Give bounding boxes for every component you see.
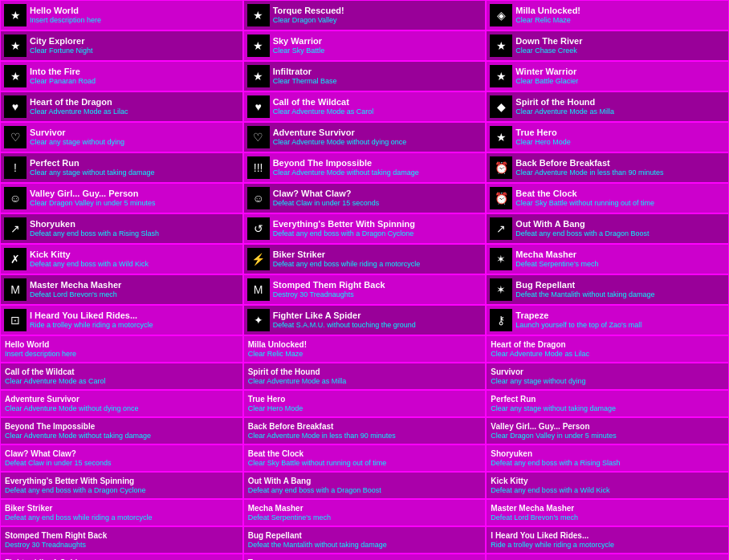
star-icon: ★ xyxy=(490,34,512,57)
heart-icon: ♥ xyxy=(247,95,270,118)
achievement-title: Call of the Wildcat xyxy=(273,97,374,108)
achievement-desc: Clear Relic Maze xyxy=(515,16,580,25)
list-item-desc: Defeat Serpentine's mech xyxy=(248,513,482,522)
list-item-desc: Defeat any end boss with a Wild Kick xyxy=(491,486,724,495)
list-item-title: Survivor xyxy=(491,367,724,377)
list-item: Heart of the DragonClear Adventure Mode … xyxy=(486,335,729,363)
star-icon: ★ xyxy=(4,4,26,26)
achievement-desc: Clear any stage without dying xyxy=(30,138,124,147)
achievement-desc: Defeat S.A.M.U. without touching the gro… xyxy=(273,321,416,330)
star-icon: ★ xyxy=(490,65,512,87)
achievement-desc: Clear Adventure Mode as Lilac xyxy=(30,108,128,116)
list-item-desc: Defeat Claw in under 15 seconds xyxy=(5,459,238,468)
achievement-desc: Clear any stage without taking damage xyxy=(30,168,155,177)
list-item: Bug RepellantDefeat the Mantalith withou… xyxy=(243,526,487,554)
achievement-item: ★City ExplorerClear Fortune Night xyxy=(0,30,243,61)
list-item: Beyond The ImpossibleClear Adventure Mod… xyxy=(0,417,243,444)
achievement-title: Claw? What Claw? xyxy=(273,189,380,199)
list-item-title: Adventure Survivor xyxy=(5,394,238,404)
achievement-desc: Clear Adventure Mode as Carol xyxy=(273,108,374,116)
list-item-title: Master Mecha Masher xyxy=(491,503,724,513)
achievement-title: Survivor xyxy=(30,128,124,138)
achievement-desc: Ride a trolley while riding a motorcycle xyxy=(30,321,153,330)
person-icon: ☺ xyxy=(4,187,26,209)
list-item-title: Biker Striker xyxy=(5,503,238,513)
list-item-desc: Clear Dragon Valley in under 5 minutes xyxy=(491,432,724,440)
list-item-title: I Heard You Liked Rides... xyxy=(491,530,724,541)
achievement-item: ⏰Beat the ClockClear Sky Battle without … xyxy=(486,183,729,213)
achievement-title: Shoryuken xyxy=(30,219,159,229)
star-icon: ★ xyxy=(247,34,270,57)
achievement-desc: Clear Dragon Valley xyxy=(273,16,344,25)
achievement-title: Beyond The Impossible xyxy=(273,158,419,168)
achievement-desc: Defeat the Mantalith without taking dama… xyxy=(515,290,654,299)
list-item-title: True Hero xyxy=(248,394,482,404)
achievement-item: ♡SurvivorClear any stage without dying xyxy=(0,122,243,152)
list-item-title: Beat the Clock xyxy=(248,448,482,459)
achievement-desc: Clear Adventure Mode without dying once xyxy=(273,138,407,147)
achievement-desc: Defeat any end boss with a Dragon Cyclon… xyxy=(273,229,415,238)
list-item-title: Heart of the Dragon xyxy=(491,339,724,350)
list-item: TrapezeLaunch yourself to the top of Zao… xyxy=(243,554,487,560)
list-item-desc: Clear any stage without dying xyxy=(491,377,724,386)
bug-icon: ✶ xyxy=(490,248,512,270)
list-item-title: Stomped Them Right Back xyxy=(5,530,238,541)
achievement-item: ↗Out With A BangDefeat any end boss with… xyxy=(486,213,729,244)
achievement-item: ★Hello WorldInsert description here xyxy=(0,0,243,30)
list-item-title: Kick Kitty xyxy=(491,476,724,486)
list-item: Fighter Like A SpiderDefeat S.A.M.U. wit… xyxy=(0,554,243,560)
achievement-item: MStomped Them Right BackDestroy 30 Tread… xyxy=(243,274,487,305)
achievement-title: Back Before Breakfast xyxy=(515,158,663,168)
achievement-title: Everything's Better With Spinning xyxy=(273,219,415,229)
achievement-item: ✦Fighter Like A SpiderDefeat S.A.M.U. wi… xyxy=(243,305,487,335)
achievement-title: Fighter Like A Spider xyxy=(273,310,416,321)
achievement-item: ↗ShoryukenDefeat any end boss with a Ris… xyxy=(0,213,243,244)
list-item: ShoryukenDefeat any end boss with a Risi… xyxy=(486,444,729,472)
up-arrow-icon: ↗ xyxy=(490,217,512,240)
milla-icon: ◈ xyxy=(490,4,512,26)
list-item: Beat the ClockClear Sky Battle without r… xyxy=(243,444,487,472)
kick-icon: ✗ xyxy=(4,248,26,270)
achievement-item: ☺Valley Girl... Guy... PersonClear Drago… xyxy=(0,183,243,213)
achievement-item: ★Into the FireClear Panaran Road xyxy=(0,61,243,91)
list-item-desc: Clear Relic Maze xyxy=(248,350,482,359)
list-item-desc: Defeat any end boss while riding a motor… xyxy=(5,513,238,522)
achievement-title: Out With A Bang xyxy=(515,219,649,229)
achievement-item: ★Torque Rescued!Clear Dragon Valley xyxy=(243,0,487,30)
list-item-title: Mecha Masher xyxy=(248,503,482,513)
achievement-item: ⊡I Heard You Liked Rides...Ride a trolle… xyxy=(0,305,243,335)
achievement-desc: Defeat any end boss with a Dragon Boost xyxy=(515,229,649,238)
achievement-item: ★Down The RiverClear Chase Creek xyxy=(486,30,729,61)
achievement-desc: Defeat any end boss with a Wild Kick xyxy=(30,260,149,269)
achievement-item: ✶Mecha MasherDefeat Serpentine's mech xyxy=(486,244,729,274)
achievement-desc: Clear Adventure Mode without taking dama… xyxy=(273,168,419,177)
heart-outline-icon: ♡ xyxy=(4,126,26,148)
achievement-item: ◈Milla Unlocked!Clear Relic Maze xyxy=(486,0,729,30)
list-item-desc: Ride a trolley while riding a motorcycle xyxy=(491,541,724,550)
spin-icon: ↺ xyxy=(247,217,270,240)
list-item-desc: Insert description here xyxy=(5,350,238,359)
achievement-item: ★True HeroClear Hero Mode xyxy=(486,122,729,152)
achievement-title: Stomped Them Right Back xyxy=(273,280,385,290)
list-item: Adventure SurvivorClear Adventure Mode w… xyxy=(0,390,243,417)
achievement-desc: Defeat any end boss while riding a motor… xyxy=(273,260,421,269)
exclaim-icon: ! xyxy=(4,156,26,179)
achievement-title: Spirit of the Hound xyxy=(515,97,614,108)
list-item: Kick KittyDefeat any end boss with a Wil… xyxy=(486,472,729,499)
achievement-title: Torque Rescued! xyxy=(273,6,344,16)
achievement-title: True Hero xyxy=(515,128,571,138)
achievement-desc: Clear Chase Creek xyxy=(515,47,582,55)
list-item-desc: Defeat any end boss with a Dragon Boost xyxy=(248,486,482,495)
achievement-desc: Destroy 30 Treadnaughts xyxy=(273,290,385,299)
achievement-item: ↺Everything's Better With SpinningDefeat… xyxy=(243,213,487,244)
achievement-desc: Clear Adventure Mode in less than 90 min… xyxy=(515,168,663,177)
star-icon: ★ xyxy=(4,65,26,87)
achievement-item: ♡Adventure SurvivorClear Adventure Mode … xyxy=(243,122,487,152)
achievement-item: !Perfect RunClear any stage without taki… xyxy=(0,152,243,183)
achievement-item: ★Sky WarriorClear Sky Battle xyxy=(243,30,487,61)
list-item: Master Mecha MasherDefeat Lord Brevon's … xyxy=(486,499,729,526)
list-item-title: Bug Repellant xyxy=(248,530,482,541)
slash-icon: ↗ xyxy=(4,217,26,240)
list-item: Perfect RunClear any stage without takin… xyxy=(486,390,729,417)
achievement-desc: Clear Adventure Mode as Milla xyxy=(515,108,614,116)
